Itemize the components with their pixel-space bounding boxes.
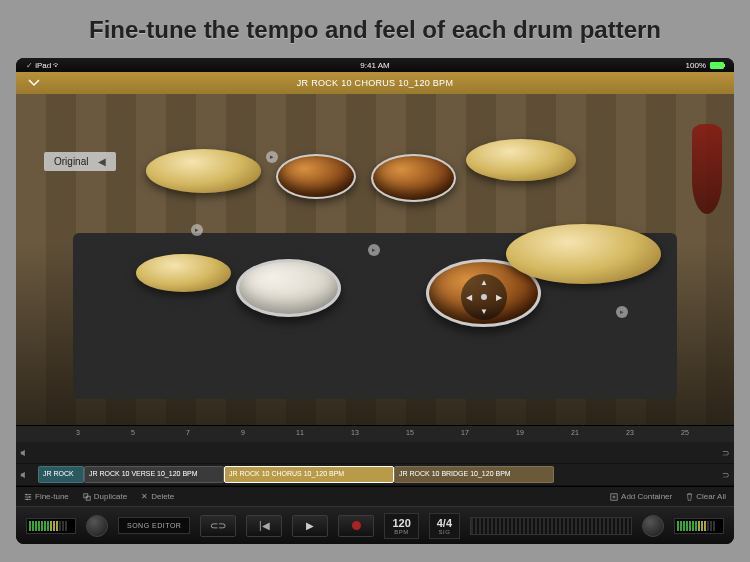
play-button[interactable]: ▶ (292, 515, 328, 537)
hotspot-marker[interactable]: ▸ (266, 151, 278, 163)
hotspot-marker[interactable]: ▸ (616, 306, 628, 318)
dropdown-triangle-icon: ◀ (98, 156, 106, 167)
timeline-toolbar: Fine-tune Duplicate ✕ Delete Add Contain… (16, 486, 734, 506)
finetune-button[interactable]: Fine-tune (24, 492, 69, 501)
snap-button[interactable]: ⊃ (718, 448, 734, 458)
hotspot-marker[interactable]: ▸ (191, 224, 203, 236)
marketing-headline: Fine-tune the tempo and feel of each dru… (0, 0, 750, 58)
tom-2[interactable] (371, 154, 456, 202)
svg-point-0 (26, 493, 28, 495)
clip-chorus-selected[interactable]: JR ROCK 10 CHORUS 10_120 BPM (224, 466, 394, 483)
drum-kit-stage: Original ◀ ▲▼◀▶ ▸ ▸ ▸ ▸ (16, 94, 734, 425)
delete-icon: ✕ (141, 492, 148, 501)
volume-knob-right[interactable] (642, 515, 664, 537)
duplicate-icon (83, 493, 91, 501)
delete-button[interactable]: ✕ Delete (141, 492, 174, 501)
add-icon (610, 493, 618, 501)
record-button[interactable] (338, 515, 374, 537)
tom-1[interactable] (276, 154, 356, 199)
loop-button[interactable]: ⊂⊃ (200, 515, 236, 537)
ios-status-bar: ✓ iPad ᯤ 9:41 AM 100% (16, 58, 734, 72)
track-1: ⊃ (16, 442, 734, 464)
timeline-panel: 3 5 7 9 11 13 15 17 19 21 23 25 ⊃ (16, 425, 734, 506)
camera-dpad[interactable]: ▲▼◀▶ (461, 274, 507, 320)
track-2: JR ROCK JR ROCK 10 VERSE 10_120 BPM JR R… (16, 464, 734, 486)
clip-verse[interactable]: JR ROCK 10 VERSE 10_120 BPM (84, 466, 224, 483)
mode-label[interactable]: SONG EDITOR (118, 517, 190, 534)
duplicate-button[interactable]: Duplicate (83, 492, 127, 501)
svg-point-2 (26, 498, 28, 500)
timesig-display[interactable]: 4/4 SIG (429, 513, 460, 539)
add-container-button[interactable]: Add Container (610, 492, 672, 501)
level-meter-left (26, 518, 76, 534)
guitar-prop (692, 124, 722, 214)
snap-button[interactable]: ⊃ (718, 470, 734, 480)
trash-icon (686, 493, 693, 501)
sliders-icon (24, 493, 32, 501)
collapse-button[interactable] (28, 79, 40, 87)
transport-bar: SONG EDITOR ⊂⊃ |◀ ▶ 120 BPM 4/4 SIG (16, 506, 734, 544)
clip-intro[interactable]: JR ROCK (38, 466, 84, 483)
svg-point-1 (29, 496, 31, 498)
ipad-frame: ✓ iPad ᯤ 9:41 AM 100% JR ROCK 10 CHORUS … (16, 58, 734, 544)
mute-button[interactable] (20, 471, 34, 479)
level-meter-right (674, 518, 724, 534)
scrub-slider[interactable] (470, 517, 632, 535)
carrier-label: ✓ iPad ᯤ (26, 61, 61, 70)
pattern-title-bar: JR ROCK 10 CHORUS 10_120 BPM (16, 72, 734, 94)
timeline-ruler[interactable]: 3 5 7 9 11 13 15 17 19 21 23 25 (16, 426, 734, 442)
snare-drum[interactable] (236, 259, 341, 317)
crash-cymbal-2[interactable] (466, 139, 576, 181)
clock: 9:41 AM (360, 61, 389, 70)
ride-cymbal[interactable] (506, 224, 661, 284)
volume-knob-left[interactable] (86, 515, 108, 537)
battery-status: 100% (686, 61, 724, 70)
pattern-title: JR ROCK 10 CHORUS 10_120 BPM (297, 78, 453, 88)
tempo-display[interactable]: 120 BPM (384, 513, 418, 539)
kit-preset-picker[interactable]: Original ◀ (44, 152, 116, 171)
rewind-button[interactable]: |◀ (246, 515, 282, 537)
clip-bridge[interactable]: JR ROCK 10 BRIDGE 10_120 BPM (394, 466, 554, 483)
crash-cymbal-1[interactable] (146, 149, 261, 193)
clear-all-button[interactable]: Clear All (686, 492, 726, 501)
mute-button[interactable] (20, 449, 34, 457)
hotspot-marker[interactable]: ▸ (368, 244, 380, 256)
hi-hat[interactable] (136, 254, 231, 292)
